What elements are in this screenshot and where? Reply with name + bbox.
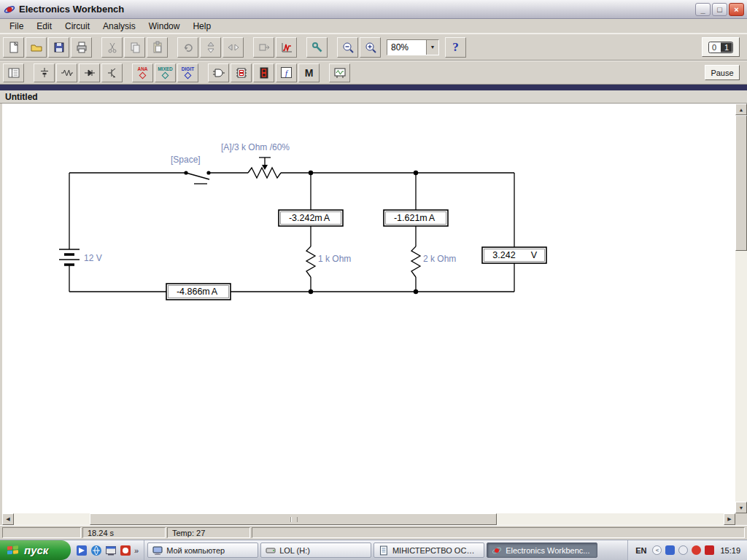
desktop: Electronics Workbench _ □ × File Edit Ci… <box>0 0 747 560</box>
quick-launch-overflow-button[interactable]: » <box>134 546 139 555</box>
cut-icon <box>106 41 119 54</box>
instruments-bin-button[interactable] <box>329 63 350 82</box>
subcircuit-button[interactable] <box>253 37 274 58</box>
pause-button[interactable]: Pause <box>705 65 740 80</box>
taskbar-item-my-computer[interactable]: Мой компьютер <box>147 542 258 558</box>
scroll-up-button[interactable]: ▲ <box>735 104 747 115</box>
switch-symbol[interactable] <box>184 171 210 184</box>
quick-launch-icon-3[interactable] <box>105 545 117 556</box>
svg-text:-1.621mA: -1.621mA <box>394 213 436 223</box>
ammeter-main[interactable]: -4.866mA <box>166 284 231 300</box>
menu-edit[interactable]: Edit <box>30 20 58 33</box>
close-button[interactable]: × <box>729 3 744 16</box>
menu-circuit[interactable]: Circuit <box>58 20 96 33</box>
indicators-bin-button[interactable] <box>253 63 274 82</box>
print-button[interactable] <box>71 37 92 58</box>
tray-icon-1[interactable] <box>665 545 675 555</box>
sources-bin-button[interactable] <box>34 63 55 82</box>
minimize-button[interactable]: _ <box>695 3 711 16</box>
flip-horizontal-button[interactable] <box>222 37 244 58</box>
zoom-in-button[interactable] <box>360 37 381 58</box>
svg-text:-3.242mA: -3.242mA <box>289 213 330 223</box>
maximize-icon: □ <box>717 5 722 14</box>
vertical-scroll-thumb[interactable] <box>735 115 747 251</box>
flip-vertical-button[interactable] <box>200 37 221 58</box>
digital-ic-bin-button[interactable]: DIGIT <box>177 63 198 82</box>
resistor2-symbol[interactable] <box>411 246 420 277</box>
quick-launch-icon-1[interactable] <box>76 545 88 556</box>
misc-bin-button[interactable]: M <box>298 63 320 82</box>
save-button[interactable] <box>48 37 69 58</box>
scroll-right-button[interactable]: ▶ <box>724 513 735 525</box>
horizontal-scrollbar[interactable]: ◀ ▶ <box>2 513 735 525</box>
tray-collapse-button[interactable]: < <box>652 545 662 555</box>
paste-button[interactable] <box>147 37 168 58</box>
vertical-scrollbar[interactable]: ▲ ▼ <box>735 104 747 513</box>
circuit-drawing[interactable]: 12 V [Space] [A]/3 k Ohm /60% <box>2 104 732 501</box>
app-icon <box>4 4 15 15</box>
rotate-icon <box>182 41 195 54</box>
resistor1-symbol[interactable] <box>306 246 315 277</box>
favorites-bin-icon <box>7 66 20 79</box>
transistors-bin-button[interactable] <box>101 63 123 82</box>
rotate-button[interactable] <box>177 37 198 58</box>
voltmeter[interactable]: 3.242 V <box>482 247 546 263</box>
dropdown-arrow-icon[interactable]: ▼ <box>426 40 438 55</box>
taskbar-clock: 15:19 <box>720 546 740 555</box>
taskbar-item-electronics-workbench[interactable]: Electronics Workbenc... <box>487 542 597 558</box>
menu-file[interactable]: File <box>3 20 30 33</box>
zoom-select[interactable]: 80% ▼ <box>387 39 439 55</box>
scroll-right-icon: ▶ <box>727 516 731 522</box>
quick-launch: » <box>71 540 144 560</box>
power-switch-button[interactable]: 0 1 <box>702 37 740 57</box>
properties-button[interactable] <box>306 37 328 58</box>
ammeter-branch1[interactable]: -3.242mA <box>279 210 343 226</box>
junction-dots <box>309 171 418 294</box>
copy-button[interactable] <box>124 37 145 58</box>
logic-gates-bin-button[interactable] <box>208 63 229 82</box>
analog-ic-bin-button[interactable]: ANA <box>132 63 153 82</box>
favorites-bin-button[interactable] <box>3 63 24 82</box>
help-button[interactable]: ? <box>445 37 466 58</box>
resistor2-label: 2 k Ohm <box>423 254 456 264</box>
potentiometer-label: [A]/3 k Ohm /60% <box>221 142 290 152</box>
diode-icon <box>83 66 96 79</box>
wires[interactable] <box>69 173 514 292</box>
maximize-button[interactable]: □ <box>712 3 727 16</box>
transistor-icon <box>106 66 119 79</box>
tray-icon-2[interactable] <box>678 545 688 555</box>
taskbar-item-drive[interactable]: LOL (H:) <box>260 542 371 558</box>
system-tray: EN < 15:19 <box>627 540 747 560</box>
open-button[interactable] <box>26 37 47 58</box>
document-title-bar[interactable]: Untitled <box>0 90 747 104</box>
cut-button[interactable] <box>101 37 123 58</box>
status-bar: 18.24 s Temp: 27 <box>0 525 747 540</box>
new-button[interactable] <box>3 37 24 58</box>
digital-bin-button[interactable] <box>231 63 252 82</box>
start-button[interactable]: пуск <box>0 540 71 560</box>
circuit-workspace[interactable]: 12 V [Space] [A]/3 k Ohm /60% <box>0 104 747 525</box>
menu-help[interactable]: Help <box>186 20 217 33</box>
menu-window[interactable]: Window <box>142 20 187 33</box>
battery-symbol[interactable] <box>59 249 80 265</box>
horizontal-scroll-thumb[interactable] <box>90 513 497 525</box>
quick-launch-icon-4[interactable] <box>120 545 131 556</box>
copy-icon <box>128 41 142 54</box>
mixed-ic-bin-button[interactable]: MIXED <box>155 63 176 82</box>
ammeter-branch2[interactable]: -1.621mA <box>384 210 448 226</box>
menu-analysis[interactable]: Analysis <box>96 20 142 33</box>
tray-icon-3[interactable] <box>692 545 701 555</box>
diodes-bin-button[interactable] <box>79 63 100 82</box>
graphs-button[interactable] <box>276 37 297 58</box>
language-indicator[interactable]: EN <box>633 545 649 556</box>
controls-bin-button[interactable]: f <box>276 63 297 82</box>
scroll-left-button[interactable]: ◀ <box>2 513 14 525</box>
basic-bin-button[interactable] <box>56 63 77 82</box>
new-file-icon <box>7 41 20 54</box>
quick-launch-icon-2[interactable] <box>90 545 102 556</box>
taskbar-item-document[interactable]: МІНІСТЕРСТВО ОСВІ... <box>374 542 484 558</box>
scroll-down-button[interactable]: ▼ <box>735 502 747 513</box>
zoom-out-button[interactable] <box>337 37 358 58</box>
potentiometer-symbol[interactable] <box>248 158 281 178</box>
tray-icon-4[interactable] <box>705 545 714 555</box>
